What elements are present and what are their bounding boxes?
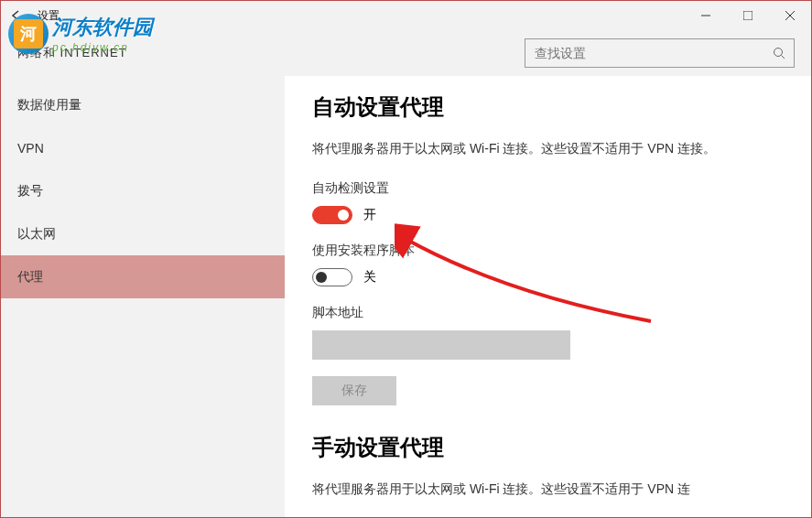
header-bar: 网络和 INTERNET: [1, 30, 811, 76]
sidebar: 数据使用量 VPN 拨号 以太网 代理: [1, 76, 285, 517]
sidebar-item-vpn[interactable]: VPN: [1, 126, 285, 169]
manual-proxy-description: 将代理服务器用于以太网或 Wi-Fi 连接。这些设置不适用于 VPN 连: [312, 479, 784, 499]
close-icon: [785, 11, 795, 20]
maximize-icon: [743, 11, 752, 20]
window-title: 设置: [38, 8, 60, 24]
search-icon[interactable]: [764, 47, 794, 59]
sidebar-item-dialup[interactable]: 拨号: [1, 169, 285, 212]
use-script-label: 使用安装程序脚本: [312, 243, 784, 259]
minimize-button[interactable]: [685, 1, 727, 30]
main-content: 自动设置代理 将代理服务器用于以太网或 Wi-Fi 连接。这些设置不适用于 VP…: [285, 76, 811, 517]
content-area: 数据使用量 VPN 拨号 以太网 代理 自动设置代理 将代理服务器用于以太网或 …: [1, 76, 811, 517]
auto-detect-toggle[interactable]: [312, 206, 352, 224]
use-script-state: 关: [363, 269, 376, 286]
auto-detect-state: 开: [363, 207, 376, 223]
script-address-label: 脚本地址: [312, 305, 784, 321]
window-controls: [685, 1, 811, 30]
toggle-knob: [316, 272, 327, 283]
auto-proxy-heading: 自动设置代理: [312, 92, 784, 122]
minimize-icon: [701, 11, 710, 20]
toggle-knob: [338, 210, 349, 221]
sidebar-item-proxy[interactable]: 代理: [1, 255, 285, 298]
titlebar: 设置: [1, 1, 811, 30]
svg-line-5: [782, 56, 785, 59]
auto-detect-label: 自动检测设置: [312, 180, 784, 197]
auto-proxy-description: 将代理服务器用于以太网或 Wi-Fi 连接。这些设置不适用于 VPN 连接。: [312, 138, 784, 158]
back-button[interactable]: [1, 1, 30, 30]
use-script-toggle[interactable]: [312, 268, 352, 286]
category-title: 网络和 INTERNET: [17, 45, 127, 61]
arrow-left-icon: [9, 9, 22, 22]
manual-proxy-heading: 手动设置代理: [312, 433, 784, 462]
save-button[interactable]: 保存: [312, 376, 396, 405]
search-input[interactable]: [525, 46, 764, 60]
use-script-toggle-row: 关: [312, 268, 784, 286]
auto-detect-toggle-row: 开: [312, 206, 784, 224]
script-address-input[interactable]: [312, 330, 570, 360]
search-box[interactable]: [525, 38, 795, 68]
maximize-button[interactable]: [727, 1, 769, 30]
close-button[interactable]: [769, 1, 811, 30]
sidebar-item-ethernet[interactable]: 以太网: [1, 212, 285, 255]
svg-point-4: [774, 49, 783, 57]
sidebar-item-data-usage[interactable]: 数据使用量: [1, 83, 285, 126]
svg-rect-1: [743, 11, 752, 20]
